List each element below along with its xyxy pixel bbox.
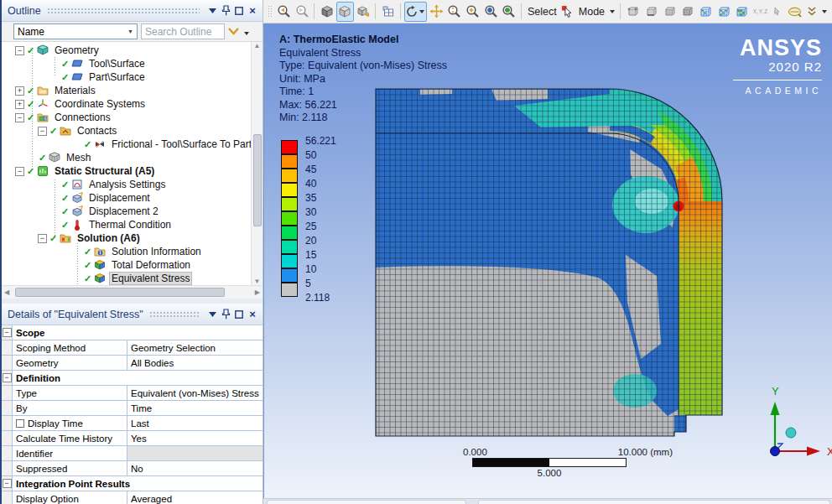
tree-item-label[interactable]: Solution (A6) <box>75 232 142 244</box>
look-at-button[interactable] <box>355 2 372 22</box>
details-value-cell[interactable]: Last <box>127 416 263 430</box>
select-label[interactable]: Select <box>528 6 557 18</box>
toolbar-overflow-chevron-icon[interactable] <box>805 2 819 22</box>
scrollbar-thumb[interactable] <box>253 134 262 226</box>
tree-item-label[interactable]: Static Structural (A5) <box>53 165 156 177</box>
tree-item-total-deformation[interactable]: −✓Total Deformation <box>2 258 251 272</box>
maximize-icon[interactable] <box>232 4 246 18</box>
search-outline-input[interactable] <box>141 23 225 39</box>
tree-expander-minus[interactable]: − <box>38 234 47 243</box>
expand-filter-chevron-icon[interactable] <box>228 28 239 35</box>
pin-icon[interactable] <box>219 4 232 18</box>
tree-item-label[interactable]: Frictional - Tool\Surface To Part\S <box>110 138 263 150</box>
select-cursor-icon[interactable] <box>560 2 575 22</box>
tree-item-tool-surface[interactable]: −✓Tool\Surface <box>2 57 251 70</box>
tree-item-label[interactable]: Geometry <box>53 44 101 56</box>
isometric-view-button[interactable] <box>318 2 335 22</box>
zoom-fit-button[interactable] <box>482 2 500 22</box>
tree-item-coordinate-systems[interactable]: +✓Coordinate Systems <box>2 97 251 111</box>
tree-item-materials[interactable]: +✓Materials <box>2 84 251 97</box>
zoom-button[interactable] <box>445 2 463 22</box>
tree-expander-minus[interactable]: − <box>15 46 24 55</box>
close-icon[interactable]: × <box>246 308 259 321</box>
tree-item-equivalent-stress[interactable]: −✓Equivalent Stress <box>2 272 251 285</box>
vertex-select-button[interactable] <box>624 2 642 22</box>
tree-item-displacement-2[interactable]: −✓Displacement 2 <box>2 205 251 218</box>
mode-label[interactable]: Mode <box>579 6 605 18</box>
body-select-button[interactable] <box>679 2 696 22</box>
tree-item-mesh[interactable]: −✓Mesh <box>2 151 251 164</box>
tree-expander-plus[interactable]: + <box>15 100 24 109</box>
face-select-button[interactable] <box>660 2 678 22</box>
tree-item-label[interactable]: Connections <box>53 112 112 123</box>
tree-expander-plus[interactable]: + <box>15 86 24 96</box>
tree-item-label[interactable]: Thermal Condition <box>87 219 173 231</box>
tree-item-thermal-condition[interactable]: −✓Thermal Condition <box>2 218 251 231</box>
details-value-cell[interactable]: Geometry Selection <box>127 340 263 355</box>
tree-item-geometry[interactable]: −✓Geometry <box>2 44 251 57</box>
tree-item-analysis-settings[interactable]: −✓Analysis Settings <box>2 178 251 191</box>
tree-item-contacts[interactable]: −✓Contacts <box>2 124 251 138</box>
scroll-right-icon[interactable]: ▶ <box>255 288 260 296</box>
tree-item-label[interactable]: Coordinate Systems <box>53 98 147 110</box>
tree-item-connections[interactable]: −✓Connections <box>2 111 251 124</box>
tree-item-label[interactable]: Analysis Settings <box>87 179 167 190</box>
tree-item-label[interactable]: Materials <box>53 85 97 96</box>
tree-item-label[interactable]: Displacement 2 <box>87 205 160 217</box>
tree-item-label[interactable]: Part\Surface <box>87 71 147 83</box>
mode-dropdown-arrow-icon[interactable] <box>610 10 615 13</box>
pin-icon[interactable] <box>219 308 232 321</box>
category-collapse-box[interactable]: − <box>3 373 12 382</box>
tree-item-label[interactable]: Equivalent Stress <box>110 273 191 284</box>
coordinate-probe-button[interactable] <box>771 2 785 22</box>
shaded-exterior-button[interactable] <box>336 2 354 22</box>
max-annotation-button[interactable] <box>786 2 803 22</box>
tree-item-solution-information[interactable]: −✓Solution Information <box>2 245 251 258</box>
maximize-icon[interactable] <box>232 308 246 321</box>
next-view-button[interactable] <box>294 2 311 22</box>
category-collapse-box[interactable]: − <box>3 328 12 337</box>
tree-item-solution-a6-[interactable]: −✓Solution (A6) <box>2 231 251 245</box>
previous-view-button[interactable] <box>275 2 293 22</box>
tree-expander-minus[interactable]: − <box>38 127 47 136</box>
scroll-left-icon[interactable]: ◀ <box>4 288 9 296</box>
tree-expander-minus[interactable]: − <box>15 167 24 176</box>
tree-expander-minus[interactable]: − <box>15 113 24 122</box>
box-zoom-button[interactable] <box>464 2 481 22</box>
outline-vertical-scrollbar[interactable]: ▲ ▼ <box>251 42 263 285</box>
category-collapse-box[interactable]: − <box>3 479 12 488</box>
details-value-cell[interactable]: Time <box>127 401 263 415</box>
edge-select-button[interactable] <box>642 2 660 22</box>
close-icon[interactable]: × <box>246 4 259 18</box>
scrollbar-thumb[interactable] <box>15 288 225 297</box>
tree-item-label[interactable]: Mesh <box>65 152 92 164</box>
details-value-cell[interactable]: All Bodies <box>127 356 263 370</box>
tree-item-frictional-tool-surface-to-part-s[interactable]: −✓Frictional - Tool\Surface To Part\S <box>2 138 251 151</box>
panel-menu-icon[interactable] <box>205 4 219 18</box>
pan-button[interactable] <box>428 2 445 22</box>
tree-item-label[interactable]: Displacement <box>87 192 152 204</box>
node-body-select-button[interactable] <box>733 2 751 22</box>
details-value-cell[interactable]: No <box>127 461 263 475</box>
display-time-checkbox[interactable] <box>16 419 24 428</box>
tree-item-label[interactable]: Tool\Surface <box>87 58 147 70</box>
viewports-button[interactable] <box>379 2 397 22</box>
zoom-to-selection-button[interactable] <box>501 2 518 22</box>
tree-item-displacement[interactable]: −✓Displacement <box>2 191 251 205</box>
details-value-cell[interactable] <box>127 446 263 460</box>
orientation-triad[interactable]: Y X <box>755 380 832 468</box>
graphics-viewport[interactable]: A: ThermoElastic ModelEquivalent StressT… <box>263 23 832 498</box>
outline-horizontal-scrollbar[interactable]: ◀ ▶ <box>2 285 263 299</box>
scroll-up-icon[interactable]: ▲ <box>254 42 261 49</box>
details-value-cell[interactable]: Yes <box>127 431 263 445</box>
tree-item-label[interactable]: Contacts <box>75 125 118 137</box>
details-value-cell[interactable]: Equivalent (von-Mises) Stress <box>127 386 263 400</box>
toolbar-drag-handle[interactable] <box>268 5 272 18</box>
details-value-cell[interactable]: Averaged <box>127 491 263 504</box>
tree-item-part-surface[interactable]: −✓Part\Surface <box>2 70 251 84</box>
tree-item-label[interactable]: Solution Information <box>110 246 203 257</box>
name-filter-combo[interactable]: Name ▼ <box>13 23 138 39</box>
node-face-select-button[interactable] <box>715 2 732 22</box>
scroll-down-icon[interactable]: ▼ <box>254 278 261 285</box>
rotate-button[interactable] <box>404 2 427 22</box>
